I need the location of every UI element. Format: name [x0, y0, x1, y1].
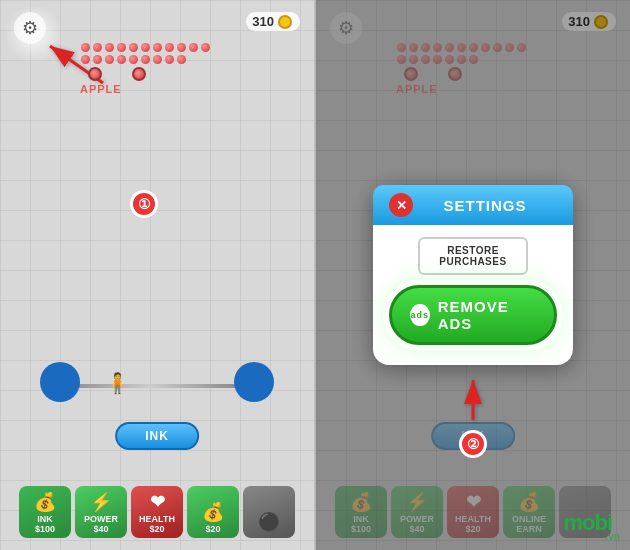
- left-coin-icon: [278, 15, 292, 29]
- remove-ads-button[interactable]: ads REMOVE ADS: [389, 285, 557, 345]
- remove-ads-label: REMOVE ADS: [438, 298, 536, 332]
- left-wheels-row: [80, 67, 220, 81]
- close-icon: ✕: [396, 198, 407, 213]
- left-score-badge: 310: [246, 12, 300, 31]
- settings-modal: ✕ SETTINGS RESTOREPURCHASES ads REMOVE A…: [373, 185, 573, 365]
- ads-icon-label: ads: [411, 310, 430, 320]
- left-shop-bar: 💰 INK $100 ⚡ POWER $40 ❤ HEALTH $20 💰 $2…: [0, 486, 314, 538]
- restore-purchases-label: RESTOREPURCHASES: [439, 245, 506, 267]
- left-shop-ink-price: $100: [35, 524, 55, 534]
- left-shop-coins-price: $20: [205, 524, 220, 534]
- left-shop-power-label: POWER: [84, 514, 118, 524]
- left-shop-coins-icon: 💰: [202, 501, 224, 523]
- left-ink-button[interactable]: INK: [115, 422, 199, 450]
- left-shop-power-price: $40: [93, 524, 108, 534]
- left-shop-health-price: $20: [149, 524, 164, 534]
- mobi-watermark: mobi .vn: [605, 532, 620, 542]
- left-shop-health-label: HEALTH: [139, 514, 175, 524]
- right-panel: 310 ⚙ APPLE INK �: [316, 0, 630, 550]
- left-spear: [60, 384, 240, 388]
- left-game-bg: 310 ⚙: [0, 0, 314, 550]
- left-score-value: 310: [252, 14, 274, 29]
- left-shop-ink-icon: 💰: [34, 491, 56, 513]
- settings-close-button[interactable]: ✕: [389, 193, 413, 217]
- left-obstacle-right: [234, 362, 274, 402]
- left-obstacle-left: [40, 362, 80, 402]
- left-shop-health-icon: ❤: [150, 491, 165, 513]
- left-shop-ink-label: INK: [37, 514, 53, 524]
- left-circle-annotation-1: ①: [130, 190, 158, 218]
- left-panel: 310 ⚙: [0, 0, 314, 550]
- settings-header: ✕ SETTINGS: [373, 185, 573, 225]
- settings-title: SETTINGS: [413, 197, 557, 214]
- left-shop-coins[interactable]: 💰 $20: [187, 486, 239, 538]
- left-shop-gray-icon: ⚫: [258, 511, 280, 533]
- left-cart-area: APPLE: [80, 42, 220, 95]
- settings-overlay: ✕ SETTINGS RESTOREPURCHASES ads REMOVE A…: [316, 0, 630, 550]
- left-gear-icon: ⚙: [22, 17, 38, 39]
- left-beads-row: [80, 42, 220, 65]
- left-shop-power-icon: ⚡: [90, 491, 112, 513]
- left-cart-label: APPLE: [80, 83, 220, 95]
- left-char: 🧍: [105, 371, 130, 395]
- left-shop-gray[interactable]: ⚫: [243, 486, 295, 538]
- left-shop-health[interactable]: ❤ HEALTH $20: [131, 486, 183, 538]
- restore-purchases-button[interactable]: RESTOREPURCHASES: [418, 237, 528, 275]
- right-game-bg: 310 ⚙ APPLE INK �: [316, 0, 630, 550]
- left-shop-ink[interactable]: 💰 INK $100: [19, 486, 71, 538]
- left-shop-power[interactable]: ⚡ POWER $40: [75, 486, 127, 538]
- left-gear-button[interactable]: ⚙: [14, 12, 46, 44]
- mobi-brand: mobi: [563, 512, 612, 534]
- ads-icon: ads: [410, 304, 430, 326]
- right-circle-annotation-2: ②: [459, 430, 487, 458]
